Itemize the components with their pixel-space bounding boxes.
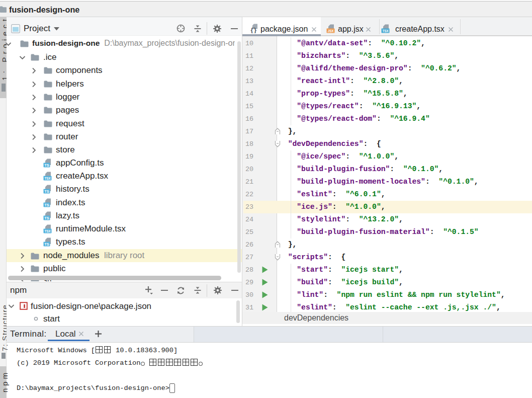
svg-text:TSX: TSX [44, 229, 51, 233]
svg-text:TS: TS [44, 242, 49, 247]
svg-text:{}: {} [250, 27, 257, 33]
svg-text:TS: TS [44, 163, 49, 167]
svg-text:TS: TS [44, 215, 49, 220]
svg-text:TSX: TSX [44, 177, 51, 180]
svg-text:TSX: TSX [382, 29, 389, 32]
svg-text:TS: TS [44, 202, 49, 207]
svg-text:TS: TS [44, 189, 49, 194]
svg-text:JSX: JSX [328, 29, 334, 32]
